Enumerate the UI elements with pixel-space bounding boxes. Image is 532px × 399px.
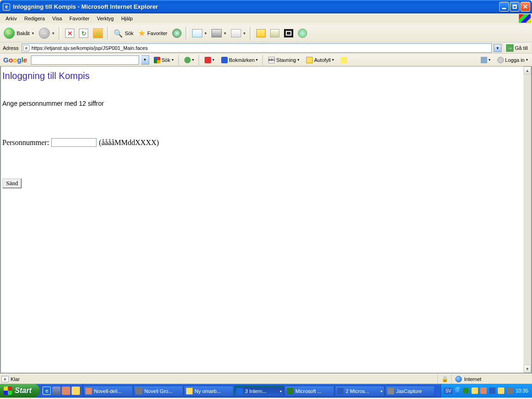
bookmark-star-icon [221, 57, 228, 63]
messenger-button[interactable] [296, 28, 308, 39]
chevron-down-icon: ▾ [256, 58, 258, 62]
google-bookmarks-button[interactable]: Bokmärken▾ [219, 55, 260, 65]
forward-arrow-icon: → [39, 28, 50, 39]
edit-icon [231, 29, 241, 37]
home-button[interactable] [91, 27, 104, 39]
tray-icon[interactable] [507, 387, 513, 394]
task-ny-omarb[interactable]: Ny omarb... [184, 386, 234, 397]
task-label: Ny omarb... [194, 388, 221, 394]
google-autofill-button[interactable]: Autofyll ▾ [304, 55, 336, 65]
google-sok-label: Sök [162, 57, 170, 63]
ql-ie-icon[interactable]: e [42, 387, 51, 395]
google-login-label: Logga in [505, 57, 525, 63]
minimize-button[interactable] [499, 2, 509, 12]
menu-redigera[interactable]: Redigera [20, 14, 48, 23]
window-title: Inloggning till Kompis - Microsoft Inter… [13, 3, 499, 10]
capture-icon [387, 388, 394, 394]
scroll-up-arrow-icon[interactable]: ▲ [524, 66, 531, 74]
google-options-button[interactable]: ▾ [478, 55, 493, 65]
wrench-icon [481, 57, 487, 63]
excel-icon [287, 388, 293, 394]
avatar-icon [497, 57, 504, 63]
task-3-intern[interactable]: 3 Intern...▾ [234, 386, 284, 397]
scroll-down-arrow-icon[interactable]: ▼ [524, 365, 531, 373]
tray-expand-icon[interactable]: ‹ [455, 387, 459, 394]
google-stavning-label: Stavning [276, 57, 296, 63]
fullscreen-button[interactable] [283, 28, 295, 38]
folder-icon [186, 388, 193, 394]
separator [59, 27, 61, 40]
mail-button[interactable]: ▾ [191, 28, 208, 38]
search-icon: 🔍 [114, 29, 123, 38]
task-jascapture[interactable]: JasCapture [385, 386, 435, 397]
ql-groupwise-icon[interactable] [62, 387, 70, 395]
favorites-button[interactable]: ★ Favoriter [137, 27, 169, 39]
menu-favoriter[interactable]: Favoriter [66, 14, 93, 23]
google-plus-button[interactable]: ▾ [182, 55, 196, 65]
stop-button[interactable]: ✕ [64, 28, 76, 39]
ql-desktop-icon[interactable] [52, 387, 60, 395]
groupwise-icon [136, 388, 142, 394]
history-button[interactable] [171, 28, 183, 39]
google-search-button[interactable]: Sök ▾ [151, 55, 176, 65]
task-novell-gro[interactable]: Novell Gro... [133, 386, 183, 397]
google-spellcheck-button[interactable]: ABC Stavning ▾ [266, 55, 302, 65]
back-button[interactable]: ← Bakåt ▾ [2, 27, 36, 40]
address-input-wrap[interactable]: e https://etjanst.sjv.se/kompis/jsp/JSP0… [22, 43, 492, 53]
google-highlight-button[interactable] [339, 55, 350, 65]
google-search-dropdown[interactable]: ▼ [141, 55, 149, 65]
google-search-input[interactable] [31, 55, 139, 65]
tray-icon[interactable] [480, 387, 487, 394]
forward-button[interactable]: → ▾ [37, 27, 56, 40]
start-button[interactable]: Start [0, 384, 40, 398]
status-text: Klar [11, 376, 437, 382]
ql-outlook-icon[interactable] [72, 387, 80, 395]
back-arrow-icon: ← [4, 28, 15, 39]
language-indicator[interactable]: SV [444, 388, 453, 394]
go-button[interactable]: → Gå till [503, 43, 531, 53]
tray-icon[interactable] [498, 387, 504, 394]
windows-logo-icon [4, 387, 12, 395]
tray-icon[interactable] [472, 387, 478, 394]
task-label: Novell-deli... [94, 388, 122, 394]
task-microsoft-excel[interactable]: Microsoft ... [284, 386, 334, 397]
task-2-micros[interactable]: 2 Micros...▾ [335, 386, 385, 397]
menu-arkiv[interactable]: Arkiv [2, 14, 20, 23]
scroll-track[interactable] [524, 74, 531, 365]
chevron-down-icon: ▾ [52, 31, 54, 36]
tray-icon[interactable] [463, 387, 469, 394]
chevron-down-icon: ▾ [212, 58, 214, 62]
edit-button[interactable]: ▾ [230, 28, 247, 38]
print-button[interactable]: ▾ [210, 28, 228, 38]
research-icon [270, 29, 279, 37]
chevron-down-icon: ▾ [381, 389, 382, 393]
window-titlebar: e Inloggning till Kompis - Microsoft Int… [0, 0, 532, 13]
history-icon [172, 29, 181, 38]
discuss-button[interactable] [255, 28, 267, 38]
research-button[interactable] [269, 28, 281, 38]
close-button[interactable]: ✕ [520, 2, 530, 12]
task-novell-deli[interactable]: Novell-deli... [83, 386, 133, 397]
fullscreen-icon [284, 29, 293, 37]
menu-verktyg[interactable]: Verktyg [93, 14, 118, 23]
personnummer-input[interactable] [51, 138, 97, 147]
google-bokmarken-label: Bokmärken [229, 57, 255, 63]
google-logo[interactable]: Google [2, 56, 29, 64]
menu-visa[interactable]: Visa [48, 14, 66, 23]
search-button[interactable]: 🔍 Sök [112, 28, 135, 39]
plus-icon [184, 57, 191, 63]
refresh-button[interactable]: ↻ [78, 28, 90, 39]
messenger-icon [298, 29, 307, 38]
google-settings-button[interactable]: ▾ [202, 55, 217, 65]
clock[interactable]: 10:35 [515, 388, 528, 393]
address-bar: Adress e https://etjanst.sjv.se/kompis/j… [0, 42, 532, 54]
separator [262, 55, 264, 65]
menu-hjalp[interactable]: Hjälp [117, 14, 136, 23]
google-login-button[interactable]: Logga in ▾ [495, 55, 530, 65]
maximize-button[interactable] [510, 2, 520, 12]
address-dropdown[interactable]: ▼ [494, 44, 502, 52]
chevron-down-icon: ▾ [243, 31, 246, 36]
vertical-scrollbar[interactable]: ▲ ▼ [523, 66, 531, 373]
tray-icon[interactable] [489, 387, 496, 394]
submit-button[interactable]: Sänd [2, 178, 22, 188]
